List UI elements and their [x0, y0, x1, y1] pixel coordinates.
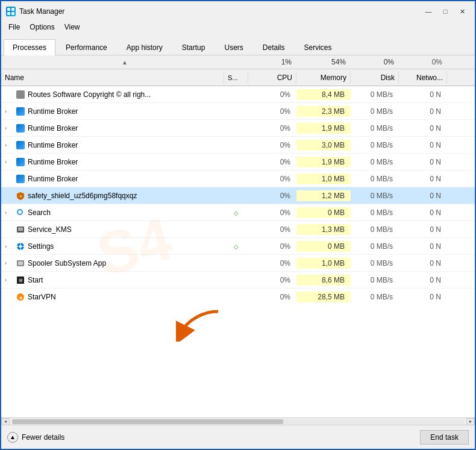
expand-icon: › — [5, 159, 13, 165]
scrollbar-track[interactable] — [12, 419, 464, 424]
row-cpu: 0% — [248, 89, 296, 100]
menu-file[interactable]: File — [4, 22, 25, 33]
row-memory: 2,3 MB — [296, 106, 351, 117]
expand-icon: › — [5, 277, 13, 283]
row-network: 0 N — [399, 157, 447, 167]
row-name: ★ StarVPN — [1, 291, 224, 303]
svg-text:⊞: ⊞ — [19, 278, 23, 283]
row-name: › Runtime Broker — [1, 105, 224, 117]
row-status — [224, 296, 248, 298]
th-network[interactable]: Netwo... — [399, 71, 447, 84]
expand-icon: › — [5, 243, 13, 249]
scroll-right-button[interactable]: ▸ — [466, 418, 475, 425]
table-row[interactable]: ✦ safety_shield_uz5d6pmg58fqqxqz 0% 1,2 … — [1, 187, 475, 204]
expand-icon: › — [5, 142, 13, 148]
table-row[interactable]: › Settings ◇ — [1, 238, 475, 255]
table-row[interactable]: › Spooler SubSystem App 0% 1,0 MB 0 MB/s… — [1, 255, 475, 272]
row-network: 0 N — [399, 89, 447, 100]
maximize-button[interactable]: □ — [437, 5, 453, 17]
svg-rect-9 — [18, 228, 23, 229]
row-cpu: 0% — [248, 275, 296, 286]
table-row[interactable]: ★ StarVPN 0% 28,5 MB 0 MB/s 0 N — [1, 289, 475, 305]
table-row[interactable]: › Search ◇ 0% 0 MB 0 MB/s 0 — [1, 204, 475, 221]
th-disk[interactable]: Disk — [351, 71, 399, 84]
row-name: › Runtime Broker — [1, 139, 224, 151]
svg-rect-18 — [18, 261, 23, 265]
table-row[interactable]: Routes Software Copyright © all righ... … — [1, 86, 475, 103]
menu-view[interactable]: View — [60, 22, 85, 33]
row-disk: 0 MB/s — [351, 106, 399, 117]
row-cpu: 0% — [248, 123, 296, 134]
tab-app-history[interactable]: App history — [117, 39, 172, 55]
th-name[interactable]: Name — [1, 71, 224, 84]
row-memory: 1,0 MB — [296, 258, 351, 269]
row-cpu: 0% — [248, 140, 296, 151]
scroll-left-button[interactable]: ◂ — [1, 418, 10, 425]
row-network: 0 N — [399, 224, 447, 235]
process-icon — [16, 140, 25, 150]
row-network: 0 N — [399, 258, 447, 269]
row-status — [224, 279, 248, 281]
svg-point-12 — [19, 245, 22, 248]
row-network: 0 N — [399, 207, 447, 218]
row-cpu: 0% — [248, 207, 296, 218]
row-network: 0 N — [399, 140, 447, 151]
scrollbar-thumb[interactable] — [12, 419, 283, 424]
row-status — [224, 178, 248, 180]
status-diamond-icon: ◇ — [234, 210, 239, 216]
fewer-details-label: Fewer details — [22, 433, 64, 442]
tab-details[interactable]: Details — [254, 39, 294, 55]
table-row[interactable]: Runtime Broker 0% 1,0 MB 0 MB/s 0 N — [1, 170, 475, 187]
horizontal-scrollbar[interactable]: ◂ ▸ — [1, 417, 475, 425]
network-stat: 0% — [399, 55, 447, 69]
row-disk: 0 MB/s — [351, 190, 399, 201]
svg-point-6 — [18, 210, 22, 214]
tab-services[interactable]: Services — [295, 39, 341, 55]
row-network: 0 N — [399, 123, 447, 134]
process-list[interactable]: Routes Software Copyright © all righ... … — [1, 86, 475, 417]
tab-bar: Processes Performance App history Startu… — [1, 34, 475, 55]
th-status[interactable]: S... — [224, 72, 248, 84]
th-memory[interactable]: Memory — [296, 71, 351, 84]
row-disk: 0 MB/s — [351, 140, 399, 151]
table-row[interactable]: › Runtime Broker 0% 2,3 MB 0 MB/s 0 N — [1, 103, 475, 120]
row-disk: 0 MB/s — [351, 275, 399, 286]
process-icon — [16, 208, 25, 217]
row-memory: 1,0 MB — [296, 173, 351, 184]
app-icon — [6, 7, 16, 16]
row-name: Runtime Broker — [1, 173, 224, 185]
menu-options[interactable]: Options — [25, 22, 59, 33]
close-button[interactable]: ✕ — [454, 5, 470, 17]
row-memory: 8,4 MB — [296, 89, 351, 100]
svg-rect-1 — [11, 8, 14, 11]
row-disk: 0 MB/s — [351, 207, 399, 218]
status-diamond-icon: ◇ — [234, 243, 239, 250]
tab-processes[interactable]: Processes — [4, 39, 55, 55]
row-cpu: 0% — [248, 173, 296, 184]
end-task-button[interactable]: End task — [420, 430, 469, 445]
tab-users[interactable]: Users — [215, 39, 252, 55]
table-row[interactable]: › Runtime Broker 0% 1,9 MB 0 MB/s 0 N — [1, 120, 475, 137]
row-disk: 0 MB/s — [351, 89, 399, 100]
fewer-details-button[interactable]: ▲ Fewer details — [7, 432, 64, 443]
row-status: ◇ — [224, 208, 248, 217]
row-memory: 0 MB — [296, 241, 351, 252]
table-row[interactable]: › Runtime Broker 0% 3,0 MB 0 MB/s 0 N — [1, 137, 475, 154]
th-cpu[interactable]: CPU — [248, 71, 296, 84]
minimize-button[interactable]: — — [421, 5, 436, 17]
row-network: 0 N — [399, 275, 447, 286]
table-row[interactable]: Service_KMS 0% 1,3 MB 0 MB/s 0 N — [1, 221, 475, 238]
process-icon — [16, 123, 25, 133]
svg-line-7 — [22, 214, 25, 216]
table-row[interactable]: › ⊞ Start 0% 8,6 MB 0 MB/s 0 N — [1, 272, 475, 289]
table-header: Name S... CPU Memory Disk Netwo... — [1, 69, 475, 86]
row-memory: 1,9 MB — [296, 123, 351, 134]
svg-rect-16 — [23, 246, 25, 247]
cpu-stat: 1% — [248, 55, 296, 69]
row-network: 0 N — [399, 106, 447, 117]
table-row[interactable]: › Runtime Broker 0% 1,9 MB 0 MB/s 0 N — [1, 154, 475, 170]
svg-rect-0 — [7, 8, 10, 11]
tab-startup[interactable]: Startup — [173, 39, 215, 55]
tab-performance[interactable]: Performance — [57, 39, 116, 55]
expand-icon: › — [5, 108, 13, 114]
